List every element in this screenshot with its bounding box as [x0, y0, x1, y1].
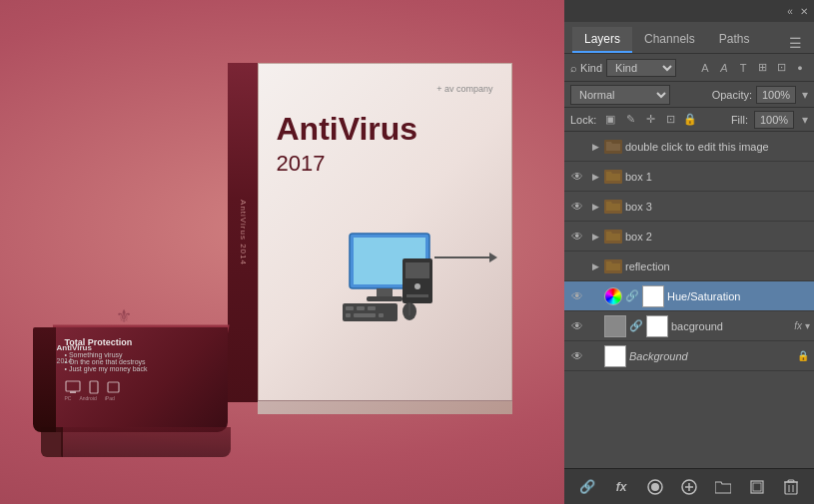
- layer-name: double click to edit this image: [625, 141, 810, 153]
- layer-link-icon[interactable]: 🔗: [625, 289, 639, 302]
- fleur-decoration: ⚜: [116, 305, 132, 327]
- layer-name: Background: [629, 350, 793, 362]
- layer-eye[interactable]: 👁: [568, 287, 586, 305]
- svg-rect-17: [66, 381, 80, 391]
- layer-thumbnail: [604, 315, 626, 337]
- layer-eye[interactable]: 👁: [568, 168, 586, 186]
- svg-rect-3: [367, 296, 403, 301]
- box-spine-text: AntiVirus 2014: [238, 200, 247, 265]
- blend-mode-dropdown[interactable]: Normal: [570, 85, 670, 105]
- lock-position-btn[interactable]: ✎: [622, 112, 638, 128]
- tab-layers[interactable]: Layers: [572, 27, 632, 53]
- layer-thumbnail: [642, 285, 664, 307]
- layer-item[interactable]: 👁 ▶ box 2: [564, 222, 814, 252]
- small-box-label: AntiVirus: [57, 343, 92, 352]
- layer-expand-arrow[interactable]: ▶: [589, 231, 601, 243]
- layer-name: box 2: [625, 231, 810, 243]
- adjustment-icon[interactable]: A: [716, 60, 732, 76]
- svg-rect-27: [753, 483, 761, 491]
- layer-fx-badge: fx: [794, 320, 802, 331]
- add-style-button[interactable]: fx: [610, 476, 632, 498]
- layer-item[interactable]: 👁 ▶ box 3: [564, 192, 814, 222]
- layer-eye[interactable]: 👁: [568, 198, 586, 216]
- layer-folder-icon: [604, 230, 622, 244]
- new-layer-button[interactable]: [746, 476, 768, 498]
- box-mockup: AntiVirus 2014 + av company AntiVirus 20…: [23, 43, 542, 462]
- tab-channels[interactable]: Channels: [632, 27, 707, 53]
- layer-expand-arrow[interactable]: ▶: [589, 171, 601, 183]
- svg-point-22: [651, 483, 659, 491]
- hue-sat-icon: [604, 287, 622, 305]
- layer-mask-thumbnail: [646, 315, 668, 337]
- layer-expand-arrow[interactable]: ▶: [589, 260, 601, 272]
- canvas-area: AntiVirus 2014 + av company AntiVirus 20…: [0, 0, 564, 504]
- layer-fx-chevron[interactable]: ▾: [805, 320, 810, 331]
- small-box-bullet1: • Something virusy: [65, 351, 216, 358]
- layer-item[interactable]: ▶ double click to edit this image: [564, 132, 814, 162]
- svg-rect-8: [343, 303, 398, 321]
- layer-eye[interactable]: 👁: [568, 228, 586, 246]
- layer-expand-arrow[interactable]: ▶: [589, 141, 601, 153]
- svg-rect-14: [379, 313, 384, 317]
- lock-row: Lock: ▣ ✎ ✛ ⊡ 🔒 Fill: ▾: [564, 108, 814, 132]
- close-button[interactable]: ✕: [800, 7, 808, 15]
- svg-rect-13: [354, 313, 376, 317]
- layer-name: reflection: [625, 260, 810, 272]
- new-group-button[interactable]: [712, 476, 734, 498]
- layer-eye[interactable]: 👁: [568, 347, 586, 365]
- box-side: AntiVirus 2014: [228, 63, 258, 402]
- filter-icon[interactable]: ●: [792, 60, 808, 76]
- layer-folder-icon: [604, 200, 622, 214]
- box-title-text: AntiVirus: [277, 112, 493, 147]
- lock-icons: ▣ ✎ ✛ ⊡ 🔒: [602, 112, 698, 128]
- panel-menu-icon[interactable]: ☰: [785, 33, 806, 53]
- layer-folder-icon: [604, 259, 622, 273]
- fill-input[interactable]: [754, 111, 794, 129]
- lock-all-btn[interactable]: 🔒: [682, 112, 698, 128]
- tab-paths[interactable]: Paths: [707, 27, 762, 53]
- layer-link-icon[interactable]: 🔗: [629, 319, 643, 332]
- opacity-chevron[interactable]: ▾: [802, 88, 808, 102]
- lock-move-btn[interactable]: ✛: [642, 112, 658, 128]
- lock-pixels-btn[interactable]: ▣: [602, 112, 618, 128]
- fill-chevron[interactable]: ▾: [802, 113, 808, 127]
- layer-item[interactable]: 👁 🔗 Hue/Saturation: [564, 281, 814, 311]
- layer-item[interactable]: 👁 🔗 bacground fx ▾: [564, 311, 814, 341]
- box-image-area: [277, 177, 493, 381]
- type-icon[interactable]: T: [735, 60, 751, 76]
- layer-expand-arrow[interactable]: ▶: [589, 201, 601, 213]
- layer-folder-icon: [604, 170, 622, 184]
- lock-artboard-btn[interactable]: ⊡: [662, 112, 678, 128]
- svg-rect-12: [346, 313, 351, 317]
- layer-item[interactable]: ▶ reflection: [564, 252, 814, 281]
- delete-layer-button[interactable]: [780, 476, 802, 498]
- fill-label: Fill:: [731, 114, 748, 126]
- panel-tabs: Layers Channels Paths ☰: [564, 22, 814, 54]
- layer-eye[interactable]: 👁: [568, 317, 586, 335]
- adjustment-button[interactable]: [678, 476, 700, 498]
- smart-icon[interactable]: ⊡: [773, 60, 789, 76]
- small-box-bullet2: • On the one that destroys: [65, 358, 216, 365]
- panel-titlebar: « ✕: [564, 0, 814, 22]
- svg-rect-28: [785, 482, 797, 494]
- svg-rect-10: [357, 306, 365, 310]
- shape-icon[interactable]: ⊞: [754, 60, 770, 76]
- opacity-label: Opacity:: [712, 89, 752, 101]
- box-front: + av company AntiVirus 2017: [258, 63, 512, 402]
- add-mask-button[interactable]: [644, 476, 666, 498]
- panel-bottom-toolbar: 🔗 fx: [564, 468, 814, 504]
- layer-item[interactable]: 👁 Background 🔒: [564, 341, 814, 371]
- layers-list: ▶ double click to edit this image 👁 ▶ bo…: [564, 132, 814, 468]
- link-layers-button[interactable]: 🔗: [576, 476, 598, 498]
- layer-eye[interactable]: [568, 257, 586, 275]
- blend-row: Normal Opacity: ▾: [564, 82, 814, 108]
- pixel-icon[interactable]: A: [697, 60, 713, 76]
- collapse-button[interactable]: «: [786, 7, 794, 15]
- svg-rect-5: [406, 262, 429, 278]
- layer-eye[interactable]: [568, 138, 586, 156]
- kind-row: ⌕ Kind Kind A A T ⊞ ⊡ ●: [564, 54, 814, 82]
- layer-item[interactable]: 👁 ▶ box 1: [564, 162, 814, 192]
- opacity-input[interactable]: [756, 86, 796, 104]
- layer-name: box 3: [625, 201, 810, 213]
- kind-dropdown[interactable]: Kind: [606, 59, 676, 77]
